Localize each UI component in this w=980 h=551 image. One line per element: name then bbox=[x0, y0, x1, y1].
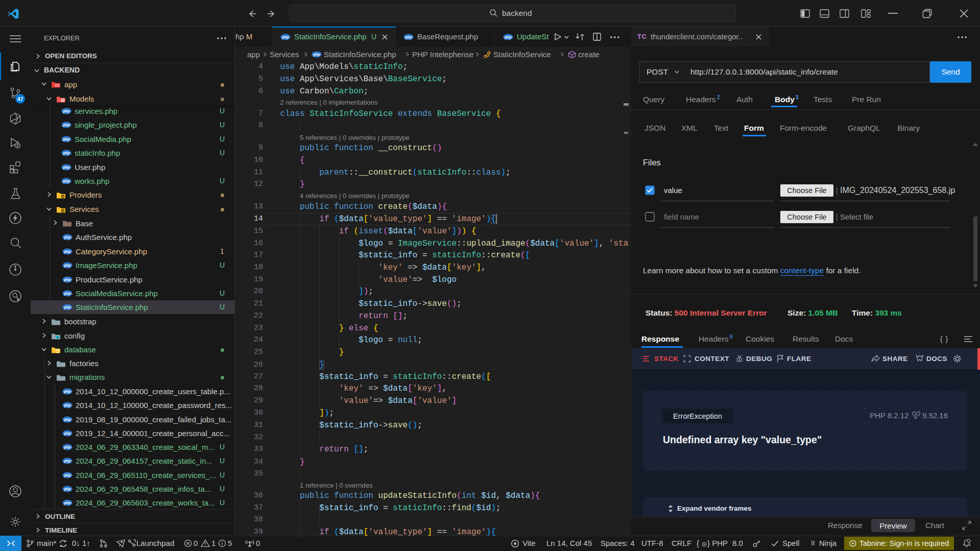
svg-text:php: php bbox=[63, 291, 71, 296]
svg-text:php: php bbox=[62, 137, 70, 141]
svg-text:php: php bbox=[63, 403, 71, 408]
svg-text:php: php bbox=[62, 179, 70, 183]
svg-text:php: php bbox=[62, 151, 70, 155]
svg-text:php: php bbox=[504, 35, 512, 39]
svg-text:php: php bbox=[62, 109, 70, 113]
svg-text:php: php bbox=[63, 487, 71, 491]
svg-text:php: php bbox=[62, 123, 70, 127]
svg-text:php: php bbox=[63, 417, 71, 422]
svg-text:php: php bbox=[62, 165, 70, 170]
svg-text:php: php bbox=[281, 35, 289, 39]
svg-text:php: php bbox=[63, 277, 71, 282]
svg-text:php: php bbox=[63, 445, 71, 449]
svg-text:php: php bbox=[313, 52, 320, 57]
svg-text:php: php bbox=[404, 35, 412, 39]
svg-text:php: php bbox=[63, 473, 71, 477]
svg-text:php: php bbox=[63, 389, 71, 394]
svg-text:php: php bbox=[63, 235, 71, 239]
svg-text:php: php bbox=[63, 305, 71, 309]
svg-text:php: php bbox=[63, 431, 71, 436]
svg-text:php: php bbox=[63, 263, 71, 268]
svg-text:php: php bbox=[63, 459, 71, 463]
svg-text:php: php bbox=[63, 249, 71, 254]
svg-text:php: php bbox=[63, 500, 71, 505]
